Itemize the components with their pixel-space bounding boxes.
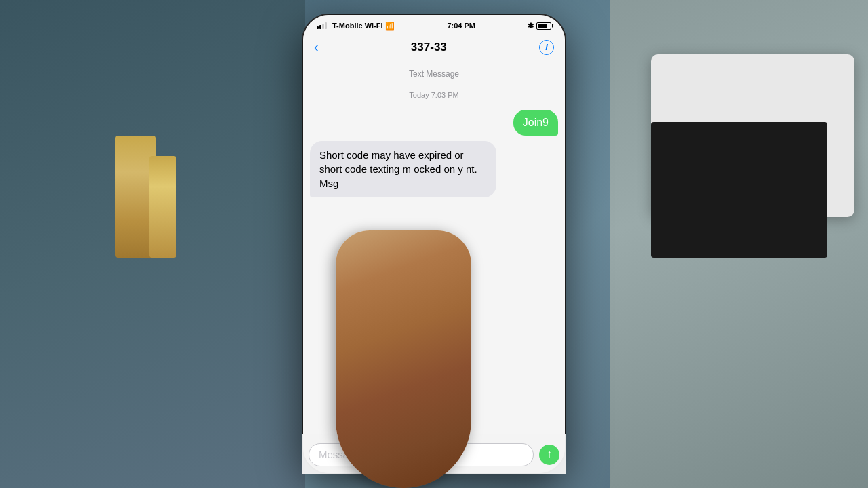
status-left: T-Mobile Wi-Fi 📶 (317, 22, 395, 30)
status-right: ✱ (528, 22, 551, 30)
incoming-bubble: Short code may have expired or short cod… (310, 141, 496, 197)
battery-icon (536, 22, 551, 30)
status-bar: T-Mobile Wi-Fi 📶 7:04 PM ✱ (303, 15, 565, 34)
nav-title: 337-33 (411, 41, 447, 54)
message-input-placeholder: Message (319, 449, 360, 460)
send-arrow-icon: ↑ (547, 448, 552, 460)
phone-inner: T-Mobile Wi-Fi 📶 7:04 PM ✱ ‹ 337-33 (303, 15, 565, 473)
message-type-label: Text Message (310, 69, 558, 79)
bg-gold-object2 (149, 156, 176, 258)
signal-bars (317, 22, 327, 29)
bar3 (322, 24, 324, 29)
monitor-screen (651, 122, 827, 258)
info-button[interactable]: i (539, 40, 554, 55)
bar1 (317, 26, 319, 29)
send-button[interactable]: ↑ (539, 445, 559, 465)
message-area[interactable]: Text Message Today 7:03 PM Join9 Short c… (303, 62, 565, 473)
bar2 (319, 25, 321, 29)
message-timestamp: Today 7:03 PM (310, 91, 558, 99)
time-label: 7:04 PM (447, 22, 475, 30)
monitor-frame (651, 54, 854, 217)
message-input[interactable]: Message (309, 443, 534, 466)
bluetooth-icon: ✱ (528, 22, 534, 30)
input-bar: Message ↑ (303, 434, 565, 473)
carrier-label: T-Mobile Wi-Fi (332, 22, 382, 30)
scene: T-Mobile Wi-Fi 📶 7:04 PM ✱ ‹ 337-33 (0, 0, 868, 488)
outgoing-bubble: Join9 (513, 110, 558, 136)
battery-fill (538, 24, 547, 28)
phone: T-Mobile Wi-Fi 📶 7:04 PM ✱ ‹ 337-33 (302, 14, 566, 474)
nav-bar: ‹ 337-33 i (303, 34, 565, 62)
phone-wrapper: T-Mobile Wi-Fi 📶 7:04 PM ✱ ‹ 337-33 (302, 14, 566, 474)
wifi-icon: 📶 (385, 22, 395, 30)
bar4 (325, 22, 327, 29)
back-button[interactable]: ‹ (314, 39, 319, 55)
